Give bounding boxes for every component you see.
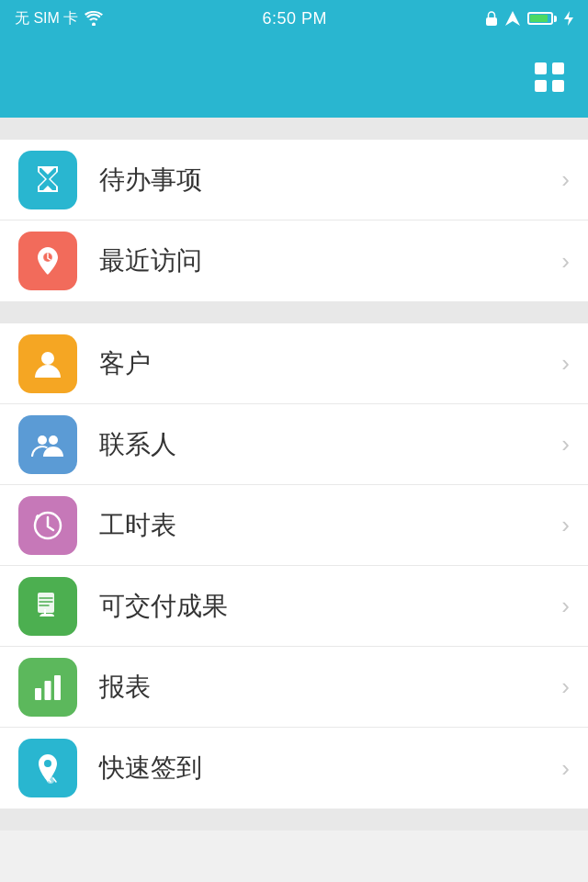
timesheet-chevron: › — [561, 511, 570, 539]
svg-rect-15 — [54, 675, 61, 700]
svg-rect-13 — [35, 688, 41, 700]
svg-point-10 — [49, 435, 58, 445]
grid-menu-button[interactable] — [529, 57, 570, 97]
todo-chevron: › — [561, 165, 570, 194]
svg-rect-4 — [552, 62, 564, 74]
battery-indicator — [527, 12, 557, 25]
contacts-chevron: › — [561, 430, 570, 458]
deliverables-chevron: › — [561, 592, 570, 620]
recent-label: 最近访问 — [99, 243, 561, 278]
customer-label: 客户 — [99, 346, 561, 381]
carrier-text: 无 SIM 卡 — [15, 9, 78, 28]
charging-icon — [564, 11, 573, 26]
lock-icon — [485, 10, 498, 27]
status-bar: 无 SIM 卡 6:50 PM — [0, 0, 588, 37]
checkin-chevron: › — [561, 754, 570, 783]
reports-label: 报表 — [99, 670, 561, 705]
navigation-icon — [505, 11, 520, 26]
status-right — [485, 10, 573, 27]
svg-rect-6 — [552, 80, 564, 92]
person-icon — [30, 346, 65, 381]
toolbar — [0, 37, 588, 118]
timesheet-label: 工时表 — [99, 508, 561, 543]
checkin-icon-wrap — [18, 739, 77, 797]
time-circle-icon — [30, 508, 65, 543]
deliverables-label: 可交付成果 — [99, 589, 561, 624]
svg-point-16 — [47, 776, 54, 784]
todo-label: 待办事项 — [99, 163, 561, 198]
status-time: 6:50 PM — [262, 9, 327, 28]
group-icon — [30, 427, 65, 462]
contacts-label: 联系人 — [99, 427, 561, 462]
todo-icon-wrap — [18, 151, 77, 209]
menu-section-1: 待办事项 › 最近访问 › — [0, 140, 588, 301]
contacts-icon-wrap — [18, 415, 77, 474]
svg-rect-14 — [45, 681, 51, 700]
checkin-label: 快速签到 — [99, 751, 561, 786]
recent-icon-wrap — [18, 232, 77, 290]
section-divider-top — [0, 118, 588, 140]
recent-chevron: › — [561, 247, 570, 276]
menu-item-recent[interactable]: 最近访问 › — [0, 220, 588, 301]
menu-item-reports[interactable]: 报表 › — [0, 647, 588, 728]
grid-icon — [533, 61, 566, 94]
hourglass-icon — [30, 163, 65, 198]
timesheet-icon-wrap — [18, 496, 77, 555]
customer-icon-wrap — [18, 334, 77, 393]
bar-chart-icon — [30, 670, 65, 705]
menu-item-timesheet[interactable]: 工时表 › — [0, 485, 588, 566]
customer-chevron: › — [561, 349, 570, 378]
svg-marker-2 — [564, 11, 573, 26]
svg-point-8 — [41, 352, 54, 365]
bottom-gap — [0, 808, 588, 831]
location-pin-icon — [30, 751, 65, 786]
wifi-icon — [84, 11, 104, 26]
menu-section-2: 客户 › 联系人 › 工时表 › — [0, 323, 588, 808]
svg-marker-1 — [505, 11, 520, 26]
reports-icon-wrap — [18, 658, 77, 717]
section-divider-middle — [0, 301, 588, 323]
svg-rect-3 — [535, 62, 547, 74]
svg-rect-0 — [486, 17, 497, 26]
menu-item-contacts[interactable]: 联系人 › — [0, 404, 588, 485]
status-left: 无 SIM 卡 — [15, 9, 104, 28]
menu-item-deliverables[interactable]: 可交付成果 › — [0, 566, 588, 647]
menu-item-checkin[interactable]: 快速签到 › — [0, 728, 588, 808]
document-hand-icon — [30, 589, 65, 624]
location-clock-icon — [30, 243, 65, 278]
menu-item-customer[interactable]: 客户 › — [0, 323, 588, 404]
svg-rect-5 — [535, 80, 547, 92]
menu-item-todo[interactable]: 待办事项 › — [0, 140, 588, 220]
svg-point-9 — [38, 435, 47, 445]
reports-chevron: › — [561, 673, 570, 701]
deliverables-icon-wrap — [18, 577, 77, 636]
